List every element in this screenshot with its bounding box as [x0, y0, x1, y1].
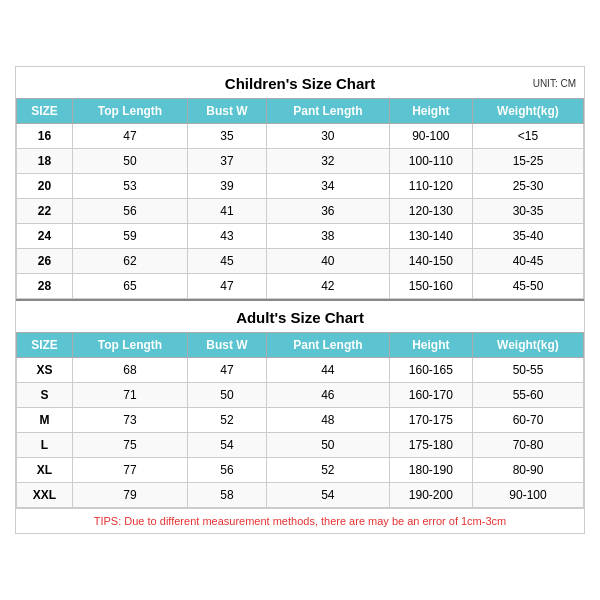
- table-cell: 170-175: [389, 408, 472, 433]
- table-cell: M: [17, 408, 73, 433]
- table-cell: 20: [17, 174, 73, 199]
- table-cell: 25-30: [472, 174, 583, 199]
- table-cell: 32: [266, 149, 389, 174]
- table-cell: 60-70: [472, 408, 583, 433]
- table-row: XL775652180-19080-90: [17, 458, 584, 483]
- table-cell: 45: [188, 249, 267, 274]
- table-cell: XS: [17, 358, 73, 383]
- table-cell: 41: [188, 199, 267, 224]
- table-cell: 34: [266, 174, 389, 199]
- table-cell: 71: [72, 383, 187, 408]
- adult-title-text: Adult's Size Chart: [236, 309, 364, 326]
- table-cell: 35-40: [472, 224, 583, 249]
- table-cell: 35: [188, 124, 267, 149]
- table-cell: 48: [266, 408, 389, 433]
- table-cell: 150-160: [389, 274, 472, 299]
- table-cell: 43: [188, 224, 267, 249]
- table-cell: 65: [72, 274, 187, 299]
- table-cell: 68: [72, 358, 187, 383]
- table-cell: 180-190: [389, 458, 472, 483]
- table-cell: 140-150: [389, 249, 472, 274]
- table-cell: 22: [17, 199, 73, 224]
- adult-section-title: Adult's Size Chart: [16, 299, 584, 332]
- table-cell: 160-165: [389, 358, 472, 383]
- table-row: 26624540140-15040-45: [17, 249, 584, 274]
- table-cell: 62: [72, 249, 187, 274]
- unit-label: UNIT: CM: [533, 77, 576, 88]
- table-cell: 190-200: [389, 483, 472, 508]
- table-cell: 73: [72, 408, 187, 433]
- table-row: XXL795854190-20090-100: [17, 483, 584, 508]
- table-cell: 18: [17, 149, 73, 174]
- table-cell: 47: [188, 274, 267, 299]
- children-col-bust: Bust W: [188, 99, 267, 124]
- table-cell: 30-35: [472, 199, 583, 224]
- table-cell: 28: [17, 274, 73, 299]
- table-cell: 38: [266, 224, 389, 249]
- table-cell: 77: [72, 458, 187, 483]
- table-cell: S: [17, 383, 73, 408]
- children-col-weight: Weight(kg): [472, 99, 583, 124]
- adult-col-height: Height: [389, 333, 472, 358]
- table-cell: 120-130: [389, 199, 472, 224]
- children-header-row: SIZE Top Length Bust W Pant Length Heigh…: [17, 99, 584, 124]
- children-title-text: Children's Size Chart: [225, 75, 375, 92]
- table-cell: 54: [188, 433, 267, 458]
- table-cell: 40-45: [472, 249, 583, 274]
- table-cell: 55-60: [472, 383, 583, 408]
- children-section-title: Children's Size Chart UNIT: CM: [16, 67, 584, 98]
- children-col-top: Top Length: [72, 99, 187, 124]
- table-cell: 15-25: [472, 149, 583, 174]
- table-cell: 90-100: [389, 124, 472, 149]
- table-cell: 24: [17, 224, 73, 249]
- table-row: S715046160-17055-60: [17, 383, 584, 408]
- table-cell: 160-170: [389, 383, 472, 408]
- table-cell: 42: [266, 274, 389, 299]
- table-cell: XXL: [17, 483, 73, 508]
- table-cell: 40: [266, 249, 389, 274]
- table-cell: 45-50: [472, 274, 583, 299]
- tips-text: TIPS: Due to different measurement metho…: [16, 508, 584, 533]
- adult-col-pant: Pant Length: [266, 333, 389, 358]
- table-cell: 110-120: [389, 174, 472, 199]
- table-row: 28654742150-16045-50: [17, 274, 584, 299]
- table-cell: 53: [72, 174, 187, 199]
- table-cell: 26: [17, 249, 73, 274]
- table-cell: 36: [266, 199, 389, 224]
- table-cell: 50: [72, 149, 187, 174]
- adult-col-bust: Bust W: [188, 333, 267, 358]
- children-col-size: SIZE: [17, 99, 73, 124]
- adult-col-top: Top Length: [72, 333, 187, 358]
- table-cell: 58: [188, 483, 267, 508]
- table-row: 22564136120-13030-35: [17, 199, 584, 224]
- table-cell: 50-55: [472, 358, 583, 383]
- table-row: L755450175-18070-80: [17, 433, 584, 458]
- size-chart-container: Children's Size Chart UNIT: CM SIZE Top …: [15, 66, 585, 534]
- table-cell: 39: [188, 174, 267, 199]
- table-cell: XL: [17, 458, 73, 483]
- table-cell: 175-180: [389, 433, 472, 458]
- children-table: SIZE Top Length Bust W Pant Length Heigh…: [16, 98, 584, 299]
- table-cell: 30: [266, 124, 389, 149]
- table-row: XS684744160-16550-55: [17, 358, 584, 383]
- table-cell: 50: [266, 433, 389, 458]
- table-cell: 47: [188, 358, 267, 383]
- table-cell: 79: [72, 483, 187, 508]
- adult-table: SIZE Top Length Bust W Pant Length Heigh…: [16, 332, 584, 508]
- table-cell: 52: [188, 408, 267, 433]
- children-col-height: Height: [389, 99, 472, 124]
- table-cell: 37: [188, 149, 267, 174]
- table-cell: 46: [266, 383, 389, 408]
- table-row: 24594338130-14035-40: [17, 224, 584, 249]
- table-cell: L: [17, 433, 73, 458]
- table-cell: 16: [17, 124, 73, 149]
- table-row: 18503732100-11015-25: [17, 149, 584, 174]
- table-cell: 90-100: [472, 483, 583, 508]
- table-cell: 44: [266, 358, 389, 383]
- table-row: 20533934110-12025-30: [17, 174, 584, 199]
- adult-header-row: SIZE Top Length Bust W Pant Length Heigh…: [17, 333, 584, 358]
- table-row: M735248170-17560-70: [17, 408, 584, 433]
- table-cell: 54: [266, 483, 389, 508]
- table-cell: 50: [188, 383, 267, 408]
- table-cell: <15: [472, 124, 583, 149]
